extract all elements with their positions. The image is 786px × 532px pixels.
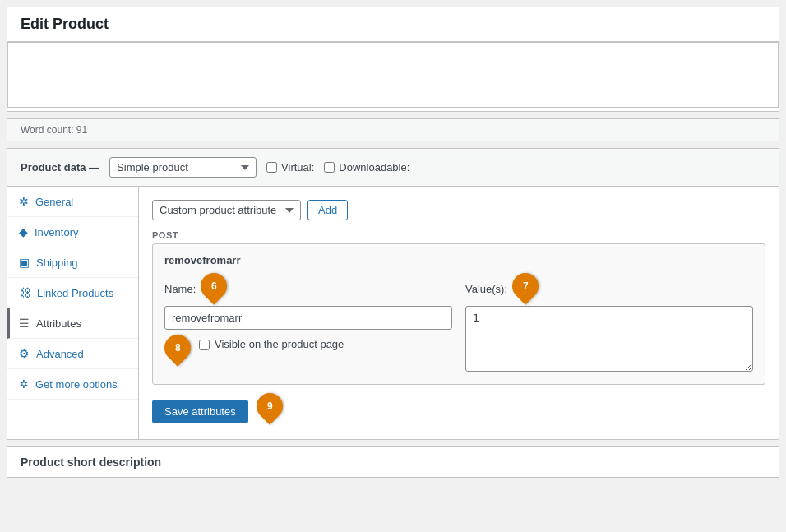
- linked-products-icon: ⛓: [19, 286, 30, 299]
- add-attribute-button[interactable]: Add: [307, 200, 348, 220]
- sidebar-item-shipping[interactable]: ▣ Shipping: [7, 247, 138, 278]
- visible-on-product-page-label: Visible on the product page: [215, 338, 344, 350]
- inventory-icon: ◆: [19, 225, 28, 238]
- virtual-label: Virtual:: [281, 161, 314, 173]
- sidebar-item-attributes-label: Attributes: [36, 317, 81, 330]
- get-more-options-icon: ✲: [19, 377, 29, 391]
- sidebar-item-inventory[interactable]: ◆ Inventory: [7, 217, 138, 247]
- sidebar-item-attributes[interactable]: ☰ Attributes: [7, 308, 138, 339]
- product-type-select[interactable]: Simple product Variable product Grouped …: [109, 157, 257, 178]
- sidebar-item-linked-products-label: Linked Products: [37, 287, 113, 299]
- word-count-bar: Word count: 91: [7, 118, 779, 141]
- word-count-label: Word count: 91: [21, 124, 87, 136]
- editor-area[interactable]: [7, 42, 779, 108]
- attribute-fields: Name: 6: [164, 276, 753, 374]
- attribute-block: removefromarr Name: 6: [152, 243, 765, 385]
- name-field-group: Name: 6: [164, 276, 452, 368]
- sidebar-item-general[interactable]: ✲ General: [7, 187, 138, 217]
- attribute-name-header: removefromarr: [164, 254, 753, 266]
- name-field-label: Name:: [164, 283, 196, 295]
- page-title: Edit Product: [21, 16, 109, 32]
- values-field-textarea[interactable]: 1: [465, 306, 753, 372]
- sidebar-item-advanced-label: Advanced: [36, 348, 84, 360]
- sidebar-item-get-more-options-label: Get more options: [35, 378, 118, 391]
- page-container: Edit Product Word count: 91 Product data…: [0, 0, 786, 532]
- product-data-label: Product data —: [21, 161, 99, 173]
- sidebar-nav: ✲ General ◆ Inventory ▣ Shipping ⛓ Linke…: [7, 187, 139, 439]
- attribute-type-select[interactable]: Custom product attribute: [152, 200, 301, 220]
- edit-product-panel: Edit Product: [7, 7, 779, 112]
- short-description-panel: Product short description: [7, 446, 779, 478]
- attributes-content: Custom product attribute Add POST remove…: [139, 187, 779, 439]
- sidebar-item-get-more-options[interactable]: ✲ Get more options: [7, 369, 138, 400]
- virtual-checkbox[interactable]: [266, 162, 277, 173]
- sidebar-item-advanced[interactable]: ⚙ Advanced: [7, 339, 138, 369]
- advanced-icon: ⚙: [19, 347, 30, 360]
- annotation-7: 7: [523, 280, 529, 292]
- values-field-group: Value(s): 7 1: [465, 276, 753, 374]
- edit-product-header: Edit Product: [7, 7, 779, 42]
- annotation-6: 6: [211, 280, 217, 292]
- product-data-panel: Product data — Simple product Variable p…: [7, 148, 779, 440]
- downloadable-label: Downloadable:: [339, 161, 409, 173]
- shipping-icon: ▣: [19, 256, 30, 269]
- save-attributes-row: Save attributes 9: [152, 396, 765, 426]
- sidebar-item-inventory-label: Inventory: [35, 226, 78, 238]
- name-field-input[interactable]: [164, 306, 452, 330]
- annotation-9: 9: [266, 400, 272, 412]
- downloadable-checkbox-label: Downloadable:: [324, 161, 409, 173]
- sidebar-item-linked-products[interactable]: ⛓ Linked Products: [7, 278, 138, 308]
- sidebar-item-shipping-label: Shipping: [36, 257, 78, 269]
- sidebar-item-general-label: General: [35, 196, 73, 208]
- annotation-8: 8: [175, 342, 181, 354]
- product-data-body: ✲ General ◆ Inventory ▣ Shipping ⛓ Linke…: [7, 187, 779, 439]
- short-description-title: Product short description: [21, 456, 161, 469]
- save-attributes-button[interactable]: Save attributes: [152, 400, 248, 423]
- post-label: POST: [152, 230, 765, 240]
- values-field-label: Value(s):: [465, 283, 507, 295]
- attributes-icon: ☰: [19, 317, 30, 330]
- virtual-checkbox-label: Virtual:: [266, 161, 314, 173]
- downloadable-checkbox[interactable]: [324, 162, 335, 173]
- visible-on-product-page-checkbox[interactable]: [199, 340, 210, 350]
- visible-checkbox-row: 8 Visible on the product page: [164, 338, 452, 368]
- product-data-header: Product data — Simple product Variable p…: [7, 149, 779, 187]
- attribute-select-row: Custom product attribute Add: [152, 200, 765, 220]
- general-icon: ✲: [19, 195, 29, 208]
